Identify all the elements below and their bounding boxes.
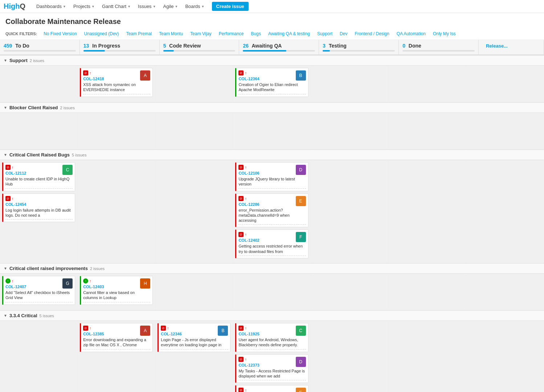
card-COL-12106: ⊘ ↑ COL-12106 D Upgrade JQuery library t…	[235, 162, 308, 191]
bug-icon: ⊘	[238, 70, 244, 75]
card-COL-12397: ⊘ ↑ COL-12397 E User is unable to move r…	[235, 385, 308, 392]
cell-critbugs-inprogress	[78, 160, 155, 263]
avatar-COL-12403: H	[140, 278, 150, 289]
priority-icon: ↑	[89, 326, 91, 330]
nav-issues[interactable]: Issues ▼	[134, 0, 160, 13]
swimlane-support-title: Support	[9, 58, 28, 63]
nav-dashboards[interactable]: Dashboards ▼	[33, 0, 70, 13]
create-issue-button[interactable]: Create issue	[212, 2, 249, 11]
card-id-COL-12112[interactable]: COL-12112	[5, 171, 26, 175]
avatar-COL-12346: B	[218, 326, 228, 336]
nav-gantt[interactable]: Gantt Chart ▼	[98, 0, 134, 13]
swimlane-support-toggle[interactable]: ▼	[4, 58, 7, 62]
nav-agile[interactable]: Agile ▼	[160, 0, 182, 13]
swimlane-critical-bugs-toggle[interactable]: ▼	[4, 153, 7, 157]
swimlane-critical-improvements-toggle[interactable]: ▼	[4, 266, 7, 270]
cell-critimprove-release	[466, 274, 544, 310]
col-header-awaitingqa: 26 Awaiting QA	[239, 40, 319, 54]
priority-icon: ↑	[12, 196, 14, 201]
boards-arrow: ▼	[201, 0, 205, 13]
filter-dev[interactable]: Dev	[337, 30, 350, 37]
card-id-COL-12373[interactable]: COL-12373	[238, 363, 259, 367]
card-COL-11925: ⊘ ↑ COL-11925 C User agent for Android, …	[235, 323, 308, 352]
card-id-COL-12407[interactable]: COL-12407	[5, 285, 26, 289]
cell-critimprove-testing	[311, 274, 389, 310]
card-title-COL-12346: Login Page - Js error displayed everytim…	[161, 337, 228, 348]
card-id-COL-12106[interactable]: COL-12106	[238, 171, 259, 175]
dashboards-arrow: ▼	[63, 0, 66, 13]
avatar-COL-12418: A	[140, 70, 150, 81]
cell-blocker-todo	[0, 113, 78, 149]
card-id-COL-12403[interactable]: COL-12403	[83, 285, 104, 289]
filter-support[interactable]: Support	[314, 30, 335, 37]
cell-334-awaitingqa: ⊘ ↑ COL-11925 C User agent for Android, …	[233, 321, 311, 392]
card-COL-12454: ⊘ ↑ COL-12454 Log login failure attempts…	[2, 193, 75, 222]
swimlane-334-header[interactable]: ▼ 3.3.4 Critical 5 issues	[0, 310, 544, 321]
card-id-COL-12385[interactable]: COL-12385	[83, 332, 104, 336]
card-id-COL-12454[interactable]: COL-12454	[5, 202, 26, 207]
filter-unassigned-dev[interactable]: Unassigned (Dev)	[81, 30, 122, 37]
card-id-COL-12402[interactable]: COL-12402	[238, 238, 259, 242]
swimlane-critical-improvements-header[interactable]: ▼ Critical client raised improvements 2 …	[0, 263, 544, 274]
cell-support-codereview	[155, 66, 233, 102]
nav-boards[interactable]: Boards ▼	[181, 0, 208, 13]
cell-334-todo	[0, 321, 78, 392]
priority-icon: ↑	[245, 196, 247, 201]
cell-critbugs-done	[389, 160, 466, 263]
cell-critimprove-awaitingqa	[233, 274, 311, 310]
filter-awaiting-qa[interactable]: Awaiting QA & testing	[265, 30, 313, 37]
card-COL-12402: ⊘ ↑ COL-12402 F Getting access restricte…	[235, 229, 308, 258]
swimlane-critical-bugs-row: ⊘ ↑ COL-12112 C Unable to create client …	[0, 160, 544, 263]
swimlane-support: ▼ Support 2 issues ⊘ ↑ COL-12418	[0, 55, 544, 102]
priority-icon: ↑	[89, 279, 91, 283]
cell-blocker-codereview	[155, 113, 233, 149]
card-id-COL-12418[interactable]: COL-12418	[83, 77, 104, 81]
filter-team-premal[interactable]: Team Premal	[123, 30, 155, 37]
cell-support-inprogress: ⊘ ↑ COL-12418 A XSS attack from symantec…	[78, 66, 155, 102]
filter-bugs[interactable]: Bugs	[248, 30, 264, 37]
card-COL-12385: ⊘ ↑ COL-12385 A Error downloading and ex…	[80, 323, 153, 352]
cell-334-inprogress: ⊘ ↑ COL-12385 A Error downloading and ex…	[78, 321, 155, 392]
swimlane-support-header[interactable]: ▼ Support 2 issues	[0, 55, 544, 66]
avatar-COL-11925: C	[296, 326, 306, 336]
card-id-COL-11925[interactable]: COL-11925	[238, 332, 259, 336]
quick-filters-label: QUICK FILTERS:	[5, 32, 37, 36]
filter-performance[interactable]: Performance	[216, 30, 247, 37]
swimlane-blocker-count: 2 issues	[60, 106, 75, 110]
bug-icon: ⊘	[5, 165, 11, 170]
swimlane-blocker-toggle[interactable]: ▼	[4, 106, 7, 110]
nav-projects[interactable]: Projects ▼	[70, 0, 98, 13]
bug-icon: ⊘	[238, 326, 244, 331]
avatar-COL-12106: D	[296, 165, 306, 175]
quick-filters: QUICK FILTERS: No Fixed Version Unassign…	[0, 28, 544, 40]
card-id-COL-12364[interactable]: COL-12364	[238, 77, 259, 81]
page-title: Collaborate Maintenance Release	[0, 13, 544, 28]
swimlane-critical-bugs-count: 5 issues	[72, 153, 86, 157]
avatar-COL-12385: A	[140, 326, 150, 336]
card-title-COL-12112: Unable to create client IDP in HighQ Hub	[5, 176, 73, 187]
col-header-release[interactable]: Release...	[479, 40, 544, 54]
swimlane-334-toggle[interactable]: ▼	[4, 314, 7, 318]
card-title-COL-12454: Log login failure attempts in DB audit l…	[5, 208, 73, 218]
swimlane-critical-bugs: ▼ Critical Client Raised Bugs 5 issues ⊘…	[0, 150, 544, 263]
swimlane-blocker-header[interactable]: ▼ Blocker Client Raised 2 issues	[0, 102, 544, 113]
bug-icon: ⊘	[238, 165, 244, 170]
filter-qa-automation[interactable]: QA Automation	[394, 30, 429, 37]
filter-frontend-design[interactable]: Frontend / Design	[352, 30, 392, 37]
swimlane-critical-bugs-header[interactable]: ▼ Critical Client Raised Bugs 5 issues	[0, 150, 544, 160]
card-id-COL-12286[interactable]: COL-12286	[238, 202, 259, 207]
card-title-COL-12402: Getting access restricted error when try…	[238, 244, 306, 254]
filter-only-my-iss[interactable]: Only My Iss	[430, 30, 459, 37]
bug-icon: ⊘	[238, 232, 244, 237]
cell-blocker-awaitingqa	[233, 113, 311, 149]
card-title-COL-12403: Cannot filter a view based on columns in…	[83, 290, 150, 301]
avatar-COL-12112: C	[62, 165, 73, 175]
card-id-COL-12346[interactable]: COL-12346	[161, 332, 181, 336]
swimlane-critical-improvements-row: ↑ ↑ COL-12407 G Add "Select All" checkbo…	[0, 274, 544, 310]
bug-icon: ⊘	[83, 70, 88, 75]
story-icon: ↑	[83, 278, 88, 283]
filter-team-vijay[interactable]: Team Vijay	[187, 30, 214, 37]
filter-team-montu[interactable]: Team Montu	[156, 30, 186, 37]
card-COL-12373: ⊘ ↑ COL-12373 D My Tasks - Access Restri…	[235, 354, 308, 383]
filter-no-fixed-version[interactable]: No Fixed Version	[41, 30, 79, 37]
